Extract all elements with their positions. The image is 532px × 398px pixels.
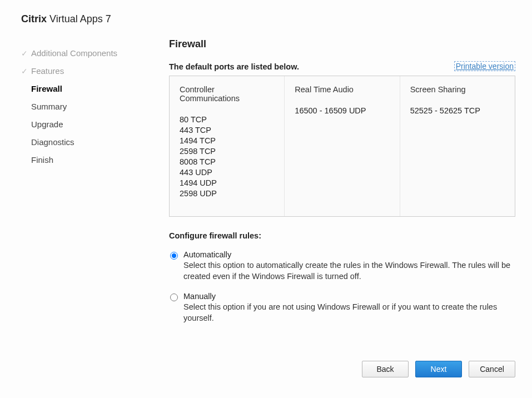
port-entry: 1494 UDP	[180, 178, 274, 187]
back-button[interactable]: Back	[362, 361, 409, 377]
port-entry: 8008 TCP	[180, 157, 274, 166]
port-entry: 80 TCP	[180, 115, 274, 124]
sidebar-item-label: Firewall	[31, 84, 62, 93]
ports-column-header: Screen Sharing	[410, 85, 505, 94]
sidebar-item-upgrade[interactable]: Upgrade	[21, 117, 149, 131]
ports-column: Controller Communications80 TCP443 TCP14…	[170, 76, 284, 216]
ports-list: 52525 - 52625 TCP	[410, 106, 505, 115]
sidebar-item-label: Upgrade	[31, 120, 63, 129]
ports-column-header: Real Time Audio	[295, 85, 389, 94]
brand-strong: Citrix	[21, 13, 47, 24]
sidebar-item-summary[interactable]: Summary	[21, 100, 149, 113]
radio-description: Select this option to automatically crea…	[183, 260, 515, 282]
ports-list: 16500 - 16509 UDP	[295, 106, 389, 115]
radio-input[interactable]	[170, 252, 178, 260]
radio-title: Manually	[183, 292, 515, 301]
ports-column-header: Controller Communications	[180, 85, 274, 103]
check-icon: ✓	[21, 49, 31, 58]
port-entry: 52525 - 52625 TCP	[410, 106, 505, 115]
sidebar-item-firewall[interactable]: Firewall	[21, 82, 149, 96]
sidebar-item-additional-components[interactable]: ✓Additional Components	[21, 46, 149, 60]
configure-label: Configure firewall rules:	[169, 231, 515, 240]
port-entry: 1494 TCP	[180, 136, 274, 145]
wizard-sidebar: ✓Additional Components✓FeaturesFirewallS…	[21, 38, 149, 381]
wizard-buttons: Back Next Cancel	[169, 350, 515, 381]
sidebar-item-finish[interactable]: Finish	[21, 153, 149, 167]
printable-version-link[interactable]: Printable version	[454, 61, 515, 71]
radio-input[interactable]	[170, 293, 178, 301]
ports-column: Screen Sharing52525 - 52625 TCP	[400, 76, 515, 216]
app-title: Citrix Virtual Apps 7	[0, 0, 532, 25]
check-icon: ✓	[21, 67, 31, 76]
port-entry: 443 TCP	[180, 126, 274, 135]
firewall-mode-option-automatically[interactable]: AutomaticallySelect this option to autom…	[170, 250, 515, 282]
port-entry: 2598 UDP	[180, 189, 274, 198]
port-entry: 443 UDP	[180, 168, 274, 177]
ports-intro: The default ports are listed below.	[169, 62, 299, 71]
firewall-mode-option-manually[interactable]: ManuallySelect this option if you are no…	[170, 292, 515, 324]
radio-title: Automatically	[183, 250, 515, 259]
sidebar-item-diagnostics[interactable]: Diagnostics	[21, 135, 149, 149]
next-button[interactable]: Next	[415, 361, 462, 377]
sidebar-item-label: Summary	[31, 102, 67, 111]
ports-table: Controller Communications80 TCP443 TCP14…	[169, 76, 515, 217]
port-entry: 16500 - 16509 UDP	[295, 106, 389, 115]
sidebar-item-label: Features	[31, 66, 64, 76]
sidebar-item-features[interactable]: ✓Features	[21, 64, 149, 78]
brand-rest: Virtual Apps 7	[47, 13, 111, 24]
firewall-mode-radio-group: AutomaticallySelect this option to autom…	[170, 250, 515, 334]
radio-description: Select this option if you are not using …	[183, 302, 515, 324]
sidebar-item-label: Diagnostics	[31, 137, 74, 147]
port-entry: 2598 TCP	[180, 147, 274, 156]
ports-column: Real Time Audio16500 - 16509 UDP	[284, 76, 399, 216]
sidebar-item-label: Additional Components	[31, 48, 117, 58]
sidebar-item-label: Finish	[31, 155, 53, 165]
ports-list: 80 TCP443 TCP1494 TCP2598 TCP8008 TCP443…	[180, 115, 274, 198]
page-title: Firewall	[169, 38, 515, 50]
cancel-button[interactable]: Cancel	[469, 361, 515, 377]
